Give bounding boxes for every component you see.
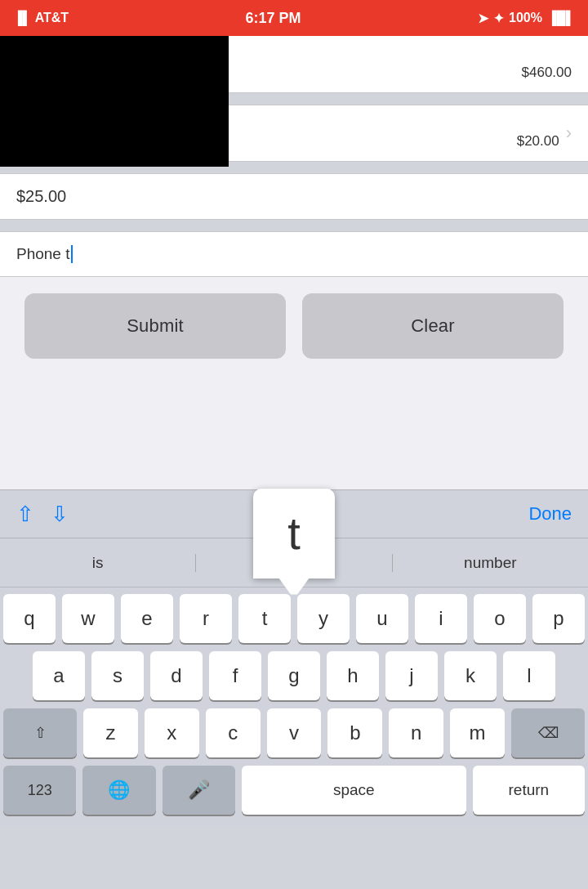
key-i[interactable]: i: [415, 594, 467, 643]
key-n[interactable]: n: [389, 708, 443, 757]
key-h[interactable]: h: [327, 651, 379, 700]
predictive-center[interactable]: t t: [196, 554, 392, 572]
keyboard-row-4: 123 🌐 🎤 space return: [3, 766, 585, 815]
key-m[interactable]: m: [450, 708, 505, 757]
key-c[interactable]: c: [206, 708, 261, 757]
key-l[interactable]: l: [503, 651, 555, 700]
key-popup: t: [253, 489, 335, 579]
to-balance-amount: $20.00: [517, 133, 559, 150]
action-buttons: Submit Clear: [0, 277, 588, 375]
return-key[interactable]: return: [473, 766, 585, 815]
key-q[interactable]: q: [3, 594, 56, 643]
key-a[interactable]: a: [33, 651, 85, 700]
key-d[interactable]: d: [150, 651, 203, 700]
shift-key[interactable]: ⇧: [3, 708, 77, 757]
bluetooth-icon: ✦: [493, 11, 504, 26]
status-left: ▐▌ AT&T: [13, 11, 69, 25]
done-button[interactable]: Done: [528, 503, 572, 525]
delete-key[interactable]: ⌫: [511, 708, 585, 757]
key-o[interactable]: o: [474, 594, 526, 643]
globe-key[interactable]: 🌐: [82, 766, 155, 815]
status-right: ➤ ✦ 100% ▐█▌: [478, 11, 575, 26]
key-u[interactable]: u: [356, 594, 408, 643]
key-v[interactable]: v: [267, 708, 322, 757]
numbers-key[interactable]: 123: [3, 766, 76, 815]
key-x[interactable]: x: [145, 708, 199, 757]
microphone-key[interactable]: 🎤: [163, 766, 235, 815]
signal-icon: ▐▌: [13, 11, 32, 25]
key-k[interactable]: k: [444, 651, 497, 700]
key-f[interactable]: f: [209, 651, 261, 700]
submit-button[interactable]: Submit: [24, 293, 286, 359]
key-s[interactable]: s: [91, 651, 144, 700]
popup-letter: t: [287, 507, 301, 560]
amount-row[interactable]: $25.00: [0, 173, 588, 220]
key-j[interactable]: j: [385, 651, 438, 700]
key-b[interactable]: b: [327, 708, 382, 757]
from-balance-amount: $460.00: [522, 65, 572, 81]
keyboard-row-1: q w e r t y u i o p: [3, 594, 585, 643]
text-cursor: [71, 245, 73, 263]
battery-label: 100%: [509, 11, 542, 25]
space-key[interactable]: space: [242, 766, 466, 815]
key-t[interactable]: t: [238, 594, 291, 643]
carrier-label: AT&T: [35, 11, 69, 25]
predictive-bar: is t t number: [0, 538, 588, 587]
status-bar: ▐▌ AT&T 6:17 PM ➤ ✦ 100% ▐█▌: [0, 0, 588, 36]
battery-icon: ▐█▌: [547, 11, 575, 25]
key-y[interactable]: y: [297, 594, 350, 643]
predictive-right[interactable]: number: [393, 554, 588, 572]
toolbar-nav: ⇧ ⇩: [16, 502, 69, 527]
amount-value: $25.00: [16, 187, 66, 205]
keyboard-row-2: a s d f g h j k l: [3, 651, 585, 700]
notification-overlay: [0, 36, 229, 167]
empty-area: [0, 375, 588, 489]
key-g[interactable]: g: [268, 651, 320, 700]
chevron-right-icon: ›: [566, 123, 572, 144]
clear-button[interactable]: Clear: [302, 293, 564, 359]
next-field-button[interactable]: ⇩: [51, 502, 69, 527]
key-e[interactable]: e: [121, 594, 173, 643]
status-time: 6:17 PM: [246, 10, 301, 27]
location-icon: ➤: [478, 11, 488, 26]
key-p[interactable]: p: [532, 594, 585, 643]
phone-input-text: Phone t: [16, 245, 70, 263]
prev-field-button[interactable]: ⇧: [16, 502, 34, 527]
predictive-left[interactable]: is: [0, 554, 196, 572]
keyboard-row-3: ⇧ z x c v b n m ⌫: [3, 708, 585, 757]
keyboard: q w e r t y u i o p a s d f g h j k l ⇧ …: [0, 587, 588, 826]
key-z[interactable]: z: [83, 708, 138, 757]
key-r[interactable]: r: [180, 594, 232, 643]
phone-input-row[interactable]: Phone t: [0, 231, 588, 277]
key-w[interactable]: w: [62, 594, 114, 643]
